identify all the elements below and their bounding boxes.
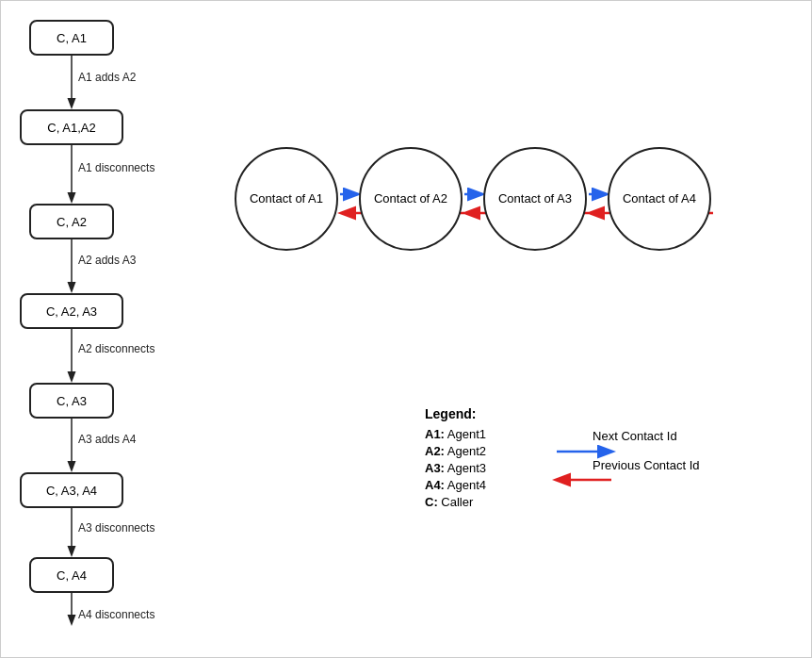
arrow-label-6: A3 disconnects [78, 521, 154, 535]
contact-circle-a3: Contact of A3 [483, 147, 587, 251]
legend-blue-arrow-row: Next Contact Id [524, 429, 699, 443]
legend-red-label: Previous Contact Id [593, 458, 699, 472]
contact-circle-a4: Contact of A4 [608, 147, 711, 251]
legend-item-a2: A2: Agent2 [425, 444, 486, 458]
arrow-label-2: A1 disconnects [78, 161, 154, 174]
flow-box-1: C, A1 [29, 20, 114, 56]
legend-title: Legend: [425, 406, 700, 421]
legend: Legend: A1: Agent1 A2: Agent2 A3: Agent3… [425, 406, 700, 512]
arrow-label-5: A3 adds A4 [78, 433, 136, 446]
flow-box-3: C, A2 [29, 204, 114, 239]
arrow-label-4: A2 disconnects [78, 342, 154, 355]
contact-circle-a2: Contact of A2 [359, 147, 463, 251]
flow-box-6: C, A3, A4 [20, 472, 123, 508]
arrows-svg [1, 1, 812, 658]
legend-items: A1: Agent1 A2: Agent2 A3: Agent3 A4: Age… [425, 427, 486, 512]
arrow-label-1: A1 adds A2 [78, 71, 136, 84]
legend-blue-label: Next Contact Id [593, 429, 677, 443]
flow-box-4: C, A2, A3 [20, 293, 123, 329]
flow-box-2: C, A1,A2 [20, 109, 123, 145]
contact-circle-a1: Contact of A1 [235, 147, 338, 251]
legend-red-arrow-row: Previous Contact Id [524, 458, 699, 472]
legend-arrow-section: Next Contact Id Previous Contact Id [524, 429, 699, 512]
flow-box-5: C, A3 [29, 383, 114, 419]
diagram-container: C, A1 C, A1,A2 C, A2 C, A2, A3 C, A3 C, … [0, 0, 812, 658]
legend-item-c: C: Caller [425, 495, 486, 509]
arrow-label-3: A2 adds A3 [78, 254, 136, 267]
legend-item-a3: A3: Agent3 [425, 461, 486, 475]
arrow-label-7: A4 disconnects [78, 608, 154, 621]
flow-box-7: C, A4 [29, 557, 114, 593]
legend-item-a1: A1: Agent1 [425, 427, 486, 441]
legend-item-a4: A4: Agent4 [425, 478, 486, 492]
